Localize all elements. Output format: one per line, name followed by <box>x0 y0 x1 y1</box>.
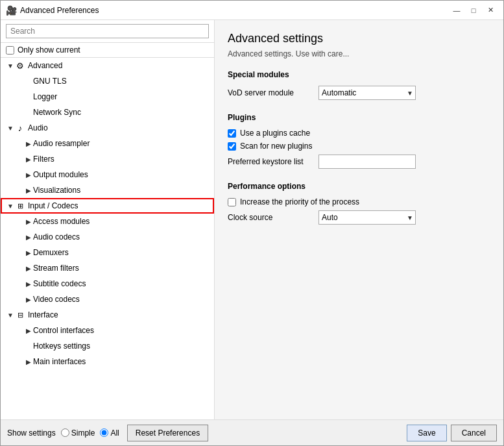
interface-arrow: ▼ <box>6 312 15 319</box>
clock-source-select[interactable]: Auto System Monotonic <box>318 210 416 225</box>
access-modules-arrow: ▶ <box>24 218 33 225</box>
radio-simple[interactable] <box>61 428 69 437</box>
clock-source-select-wrapper: Auto System Monotonic ▼ <box>318 210 416 225</box>
advanced-icon: ⚙ <box>15 60 25 71</box>
interface-icon: ⊟ <box>15 310 25 320</box>
audio-codecs-arrow: ▶ <box>24 234 33 241</box>
cancel-button[interactable]: Cancel <box>451 425 497 441</box>
left-panel: Only show current ▼ ⚙ Advanced GNU TLS L… <box>1 20 215 419</box>
priority-row: Increase the priority of the process <box>228 197 490 206</box>
demuxers-label: Demuxers <box>33 248 69 257</box>
video-codecs-arrow: ▶ <box>24 296 33 303</box>
tree-item-output-modules[interactable]: ▶ Output modules <box>1 167 214 182</box>
close-button[interactable]: ✕ <box>483 3 498 18</box>
vod-server-row: VoD server module Automatic None ▼ <box>228 86 490 100</box>
radio-all-label: All <box>110 428 119 438</box>
tree-item-advanced[interactable]: ▼ ⚙ Advanced <box>1 58 214 73</box>
tree-item-filters[interactable]: ▶ Filters <box>1 151 214 167</box>
keystore-label: Preferred keystore list <box>228 157 318 166</box>
main-window: 🎥 Advanced Preferences — □ ✕ Only show c… <box>0 0 504 446</box>
visualizations-label: Visualizations <box>33 186 80 195</box>
special-modules-title: Special modules <box>228 70 490 79</box>
priority-label: Increase the priority of the process <box>240 197 359 206</box>
audio-label: Audio <box>28 123 48 132</box>
only-current-checkbox[interactable] <box>6 46 14 55</box>
audio-codecs-label: Audio codecs <box>33 232 80 242</box>
scan-plugins-row: Scan for new plugins <box>228 142 490 151</box>
performance-section: Performance options Increase the priorit… <box>228 182 490 225</box>
radio-simple-row: Simple <box>61 428 95 438</box>
plugins-cache-checkbox[interactable] <box>228 129 236 138</box>
right-panel: Advanced settings Advanced settings. Use… <box>215 20 503 419</box>
input-codecs-label: Input / Codecs <box>28 201 78 210</box>
app-icon: 🎥 <box>6 5 16 16</box>
filters-arrow: ▶ <box>24 156 33 163</box>
vod-server-label: VoD server module <box>228 88 318 97</box>
vod-server-select-wrapper: Automatic None ▼ <box>318 86 416 100</box>
vod-server-select[interactable]: Automatic None <box>318 86 416 100</box>
network-sync-label: Network Sync <box>33 108 81 117</box>
clock-source-row: Clock source Auto System Monotonic ▼ <box>228 210 490 225</box>
tree-container: ▼ ⚙ Advanced GNU TLS Logger Network Sync <box>1 58 214 419</box>
tree-item-audio-codecs[interactable]: ▶ Audio codecs <box>1 229 214 245</box>
tree-item-demuxers[interactable]: ▶ Demuxers <box>1 245 214 260</box>
keystore-input[interactable] <box>318 155 416 169</box>
search-input[interactable] <box>6 24 209 38</box>
demuxers-arrow: ▶ <box>24 249 33 256</box>
scan-plugins-label: Scan for new plugins <box>240 142 312 151</box>
clock-source-label: Clock source <box>228 213 318 222</box>
window-title: Advanced Preferences <box>20 6 449 15</box>
title-bar: 🎥 Advanced Preferences — □ ✕ <box>1 1 503 20</box>
tree-item-visualizations[interactable]: ▶ Visualizations <box>1 182 214 198</box>
tree-item-audio[interactable]: ▼ ♪ Audio <box>1 120 214 136</box>
radio-simple-label: Simple <box>71 428 95 438</box>
tree-item-interface[interactable]: ▼ ⊟ Interface <box>1 307 214 323</box>
logger-label: Logger <box>33 92 57 101</box>
plugins-section: Plugins Use a plugins cache Scan for new… <box>228 113 490 169</box>
subtitle-codecs-label: Subtitle codecs <box>33 279 86 288</box>
plugins-cache-label: Use a plugins cache <box>240 129 310 138</box>
tree-item-control-interfaces[interactable]: ▶ Control interfaces <box>1 323 214 338</box>
priority-checkbox[interactable] <box>228 198 236 206</box>
video-codecs-label: Video codecs <box>33 295 80 304</box>
tree-item-logger[interactable]: Logger <box>1 89 214 105</box>
maximize-button[interactable]: □ <box>466 3 481 18</box>
tree-item-stream-filters[interactable]: ▶ Stream filters <box>1 260 214 276</box>
output-modules-label: Output modules <box>33 170 88 179</box>
plugins-cache-row: Use a plugins cache <box>228 129 490 138</box>
keystore-row: Preferred keystore list <box>228 155 490 169</box>
search-bar <box>1 20 214 43</box>
input-codecs-icon: ⊞ <box>15 201 25 211</box>
save-button[interactable]: Save <box>407 425 446 441</box>
radio-group: Simple All <box>61 428 119 438</box>
tree-item-video-codecs[interactable]: ▶ Video codecs <box>1 291 214 307</box>
gnu-tls-label: GNU TLS <box>33 77 67 86</box>
tree-item-gnu-tls[interactable]: GNU TLS <box>1 73 214 89</box>
main-content: Only show current ▼ ⚙ Advanced GNU TLS L… <box>1 20 503 419</box>
hotkeys-label: Hotkeys settings <box>33 341 90 351</box>
audio-icon: ♪ <box>15 123 25 133</box>
stream-filters-label: Stream filters <box>33 264 79 273</box>
filters-label: Filters <box>33 155 54 164</box>
tree-item-hotkeys-settings[interactable]: Hotkeys settings <box>1 338 214 354</box>
tree-item-access-modules[interactable]: ▶ Access modules <box>1 214 214 229</box>
reset-preferences-button[interactable]: Reset Preferences <box>127 425 208 441</box>
radio-all[interactable] <box>100 428 108 437</box>
minimize-button[interactable]: — <box>449 3 464 18</box>
access-modules-label: Access modules <box>33 217 90 226</box>
scan-plugins-checkbox[interactable] <box>228 142 236 151</box>
settings-title: Advanced settings <box>228 32 490 45</box>
tree-item-network-sync[interactable]: Network Sync <box>1 105 214 120</box>
radio-all-row: All <box>100 428 119 438</box>
bottom-bar: Show settings Simple All Reset Preferenc… <box>1 419 503 445</box>
special-modules-section: Special modules VoD server module Automa… <box>228 70 490 100</box>
only-current-label: Only show current <box>18 45 80 55</box>
tree-item-subtitle-codecs[interactable]: ▶ Subtitle codecs <box>1 276 214 291</box>
output-modules-arrow: ▶ <box>24 171 33 179</box>
performance-title: Performance options <box>228 182 490 191</box>
tree-item-input-codecs[interactable]: ▼ ⊞ Input / Codecs <box>1 198 214 214</box>
tree-item-audio-resampler[interactable]: ▶ Audio resampler <box>1 136 214 151</box>
tree-item-main-interfaces[interactable]: ▶ Main interfaces <box>1 354 214 369</box>
settings-subtitle: Advanced settings. Use with care... <box>228 49 490 58</box>
only-current-row: Only show current <box>1 43 214 58</box>
